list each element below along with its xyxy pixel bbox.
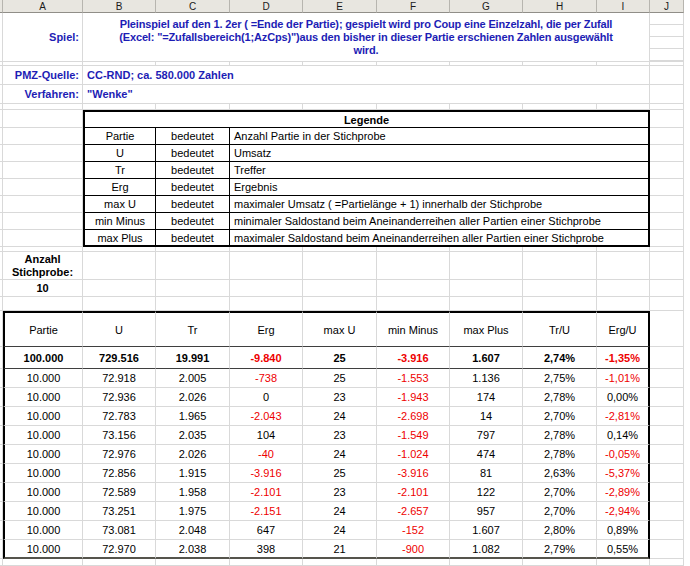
grid-cell[interactable] bbox=[156, 297, 230, 311]
grid-cell[interactable] bbox=[3, 162, 83, 179]
table-header-tr[interactable]: Tr bbox=[156, 311, 230, 347]
total-cell-tr[interactable]: 19.991 bbox=[156, 347, 230, 369]
grid-cell[interactable] bbox=[3, 196, 83, 213]
table-cell-min-minus[interactable]: -152 bbox=[377, 521, 450, 540]
table-cell-erg-u[interactable]: 0,14% bbox=[597, 426, 650, 445]
grid-cell[interactable] bbox=[303, 280, 377, 297]
column-header-g[interactable]: G bbox=[450, 0, 523, 13]
table-header-min-minus[interactable]: min Minus bbox=[377, 311, 450, 347]
column-header-d[interactable]: D bbox=[230, 0, 303, 13]
grid-cell[interactable] bbox=[650, 407, 684, 426]
grid-cell[interactable] bbox=[650, 426, 684, 445]
column-header-b[interactable]: B bbox=[83, 0, 156, 13]
legend-description[interactable]: Umsatz bbox=[230, 145, 650, 162]
legend-verb[interactable]: bedeutet bbox=[156, 128, 230, 145]
table-header-erg[interactable]: Erg bbox=[230, 311, 303, 347]
grid-cell[interactable] bbox=[450, 559, 523, 566]
grid-cell[interactable] bbox=[450, 252, 523, 280]
table-cell-max-plus[interactable]: 957 bbox=[450, 502, 523, 521]
grid-cell[interactable] bbox=[83, 559, 156, 566]
table-cell-partie[interactable]: 10.000 bbox=[3, 388, 83, 407]
grid-cell[interactable] bbox=[523, 280, 597, 297]
grid-cell[interactable] bbox=[650, 196, 684, 213]
table-cell-tr-u[interactable]: 2,63% bbox=[523, 464, 597, 483]
table-cell-min-minus[interactable]: -1.549 bbox=[377, 426, 450, 445]
total-cell-u[interactable]: 729.516 bbox=[83, 347, 156, 369]
legend-description[interactable]: maximaler Saldostand beim Aneinanderreih… bbox=[230, 230, 650, 247]
table-cell-tr[interactable]: 2.026 bbox=[156, 388, 230, 407]
grid-cell[interactable] bbox=[650, 280, 684, 297]
grid-cell[interactable] bbox=[650, 297, 684, 311]
column-header-i[interactable]: I bbox=[597, 0, 650, 13]
table-header-max-plus[interactable]: max Plus bbox=[450, 311, 523, 347]
grid-cell[interactable] bbox=[83, 252, 156, 280]
table-header-tr-u[interactable]: Tr/U bbox=[523, 311, 597, 347]
table-cell-tr-u[interactable]: 2,78% bbox=[523, 445, 597, 464]
legend-description[interactable]: Anzahl Partie in der Stichprobe bbox=[230, 128, 650, 145]
grid-cell[interactable] bbox=[650, 445, 684, 464]
total-cell-erg[interactable]: -9.840 bbox=[230, 347, 303, 369]
table-cell-erg[interactable]: 647 bbox=[230, 521, 303, 540]
table-cell-erg[interactable]: -2.101 bbox=[230, 483, 303, 502]
table-cell-max-u[interactable]: 25 bbox=[303, 369, 377, 388]
legend-verb[interactable]: bedeutet bbox=[156, 230, 230, 247]
legend-verb[interactable]: bedeutet bbox=[156, 213, 230, 230]
grid-cell[interactable] bbox=[650, 502, 684, 521]
legend-term-min-minus[interactable]: min Minus bbox=[83, 213, 156, 230]
grid-cell[interactable] bbox=[650, 369, 684, 388]
legend-term-tr[interactable]: Tr bbox=[83, 162, 156, 179]
total-cell-erg-u[interactable]: -1,35% bbox=[597, 347, 650, 369]
grid-cell[interactable] bbox=[377, 280, 450, 297]
grid-cell[interactable] bbox=[650, 388, 684, 407]
table-cell-u[interactable]: 73.156 bbox=[83, 426, 156, 445]
table-cell-min-minus[interactable]: -3.916 bbox=[377, 464, 450, 483]
table-cell-tr-u[interactable]: 2,78% bbox=[523, 388, 597, 407]
table-cell-tr[interactable]: 1.958 bbox=[156, 483, 230, 502]
table-cell-tr[interactable]: 1.975 bbox=[156, 502, 230, 521]
pmz-label-cell[interactable]: PMZ-Quelle: bbox=[3, 66, 83, 85]
table-cell-tr-u[interactable]: 2,80% bbox=[523, 521, 597, 540]
grid-cell[interactable] bbox=[597, 280, 650, 297]
table-cell-u[interactable]: 73.251 bbox=[83, 502, 156, 521]
table-cell-partie[interactable]: 10.000 bbox=[3, 540, 83, 559]
table-cell-u[interactable]: 72.936 bbox=[83, 388, 156, 407]
grid-cell[interactable] bbox=[650, 13, 684, 62]
grid-cell[interactable] bbox=[650, 252, 684, 280]
table-cell-max-plus[interactable]: 174 bbox=[450, 388, 523, 407]
column-header-j[interactable]: J bbox=[650, 0, 684, 13]
grid-cell[interactable] bbox=[3, 559, 83, 566]
column-header-a[interactable]: A bbox=[3, 0, 83, 13]
grid-cell[interactable] bbox=[597, 252, 650, 280]
legend-term-u[interactable]: U bbox=[83, 145, 156, 162]
legend-term-max-plus[interactable]: max Plus bbox=[83, 230, 156, 247]
table-cell-u[interactable]: 72.783 bbox=[83, 407, 156, 426]
table-cell-max-plus[interactable]: 1.082 bbox=[450, 540, 523, 559]
table-cell-erg-u[interactable]: -1,01% bbox=[597, 369, 650, 388]
pmz-value-cell[interactable]: CC-RND; ca. 580.000 Zahlen bbox=[83, 66, 650, 85]
grid-cell[interactable] bbox=[83, 280, 156, 297]
table-cell-max-plus[interactable]: 1.607 bbox=[450, 521, 523, 540]
grid-cell[interactable] bbox=[3, 128, 83, 145]
grid-cell[interactable] bbox=[303, 252, 377, 280]
grid-cell[interactable] bbox=[3, 213, 83, 230]
sample-count-value-cell[interactable]: 10 bbox=[3, 280, 83, 297]
grid-cell[interactable] bbox=[377, 252, 450, 280]
column-header-f[interactable]: F bbox=[377, 0, 450, 13]
table-cell-tr[interactable]: 2.026 bbox=[156, 445, 230, 464]
table-cell-u[interactable]: 72.970 bbox=[83, 540, 156, 559]
table-cell-u[interactable]: 72.976 bbox=[83, 445, 156, 464]
table-cell-partie[interactable]: 10.000 bbox=[3, 521, 83, 540]
table-cell-min-minus[interactable]: -2.698 bbox=[377, 407, 450, 426]
table-cell-tr-u[interactable]: 2,70% bbox=[523, 502, 597, 521]
total-cell-partie[interactable]: 100.000 bbox=[3, 347, 83, 369]
legend-description[interactable]: Ergebnis bbox=[230, 179, 650, 196]
grid-cell[interactable] bbox=[523, 559, 597, 566]
table-cell-erg[interactable]: -3.916 bbox=[230, 464, 303, 483]
table-cell-tr[interactable]: 2.005 bbox=[156, 369, 230, 388]
table-cell-max-u[interactable]: 24 bbox=[303, 502, 377, 521]
grid-cell[interactable] bbox=[650, 128, 684, 145]
grid-cell[interactable] bbox=[3, 179, 83, 196]
verfahren-value-cell[interactable]: "Wenke" bbox=[83, 85, 650, 104]
table-cell-tr-u[interactable]: 2,70% bbox=[523, 483, 597, 502]
verfahren-label-cell[interactable]: Verfahren: bbox=[3, 85, 83, 104]
